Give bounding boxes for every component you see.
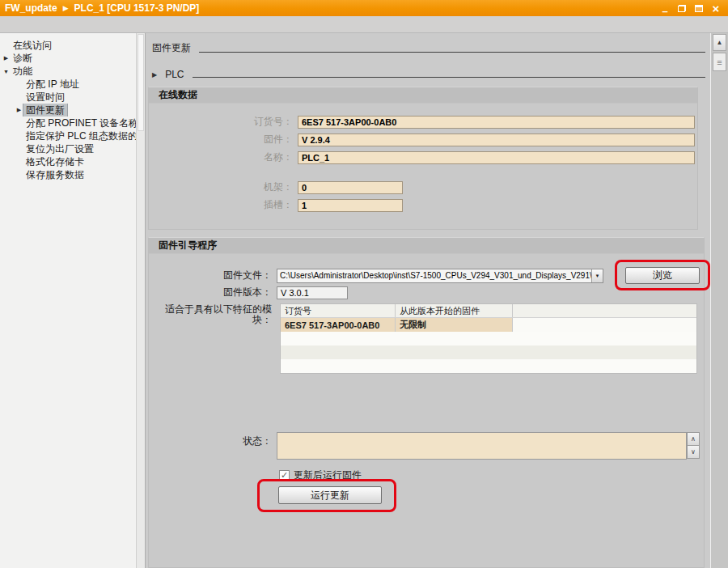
collapse-icon[interactable]: ▼	[2, 69, 11, 74]
col-order-number[interactable]: 订货号	[281, 304, 396, 317]
sidebar-item-label: 复位为出厂设置	[23, 142, 96, 155]
divider	[199, 52, 705, 53]
table-header-row: 订货号 从此版本开始的固件	[281, 304, 696, 318]
sidebar-item-label: 保存服务数据	[23, 168, 87, 181]
firmware-field: V 2.9.4	[298, 134, 695, 146]
name-label: 名称：	[149, 150, 298, 164]
sidebar-item-label: 固件更新	[23, 104, 67, 117]
slot-row: 插槽： 1	[149, 198, 696, 212]
name-row: 名称： PLC_1	[149, 150, 696, 164]
online-data-header: 在线数据	[149, 87, 697, 104]
cell-order-number[interactable]: 6ES7 517-3AP00-0AB0	[281, 318, 396, 332]
section-title: 固件引导程序	[159, 239, 217, 252]
function-tree: 在线访问 ▶ 诊断 ▼ 功能 分配 IP 地址 设置时间 ▶ 固件更新 分配 P…	[0, 33, 136, 568]
firmware-version-field: V 3.0.1	[277, 286, 348, 299]
sidebar-item-label: 分配 PROFINET 设备名称	[23, 117, 136, 129]
slot-field: 1	[298, 199, 403, 212]
order-number-field: 6ES7 517-3AP00-0AB0	[298, 116, 695, 129]
firmware-file-path[interactable]: C:\Users\Administrator\Desktop\inst\S7-1…	[277, 269, 591, 282]
checkbox-checked-icon[interactable]: ✓	[279, 470, 290, 481]
spinner-down-icon[interactable]: ∨	[687, 445, 700, 459]
sidebar-scrollbar[interactable]	[136, 33, 146, 568]
run-update-button[interactable]: 运行更新	[278, 486, 382, 504]
sidebar-item-diagnostics[interactable]: ▶ 诊断	[0, 52, 136, 65]
firmware-version-row: 固件版本： V 3.0.1	[149, 286, 704, 299]
status-row: 状态： ∧ ∨	[149, 432, 704, 460]
project-name: FW_update	[5, 2, 57, 14]
order-number-row: 订货号： 6ES7 517-3AP00-0AB0	[149, 115, 696, 129]
firmware-file-label: 固件文件：	[149, 269, 277, 282]
titlebar: FW_update ▶ PLC_1 [CPU 1517-3 PN/DP] – ×	[0, 0, 728, 16]
sidebar-item-assign-password[interactable]: 指定保护 PLC 组态数据的密码	[0, 129, 136, 142]
main-scrollbar[interactable]: ▲ ≡	[710, 33, 728, 568]
cell-extra[interactable]	[513, 318, 696, 332]
status-textarea[interactable]	[277, 432, 687, 460]
status-spinner: ∧ ∨	[687, 432, 700, 459]
sidebar-item-label: 格式化存储卡	[23, 155, 87, 168]
sidebar-item-label: 指定保护 PLC 组态数据的密码	[23, 129, 136, 142]
scrollbar-thumb[interactable]: ≡	[713, 53, 726, 71]
firmware-file-combobox[interactable]: C:\Users\Administrator\Desktop\inst\S7-1…	[277, 269, 603, 283]
menu-strip	[0, 16, 728, 33]
breadcrumb-plc[interactable]: PLC	[165, 69, 184, 80]
chevron-right-icon[interactable]: ▶	[152, 71, 157, 80]
sidebar-item-label: 设置时间	[23, 91, 67, 104]
browse-button[interactable]: 浏览	[625, 267, 700, 284]
suitable-modules-table[interactable]: 订货号 从此版本开始的固件 6ES7 517-3AP00-0AB0 无限制	[280, 303, 697, 374]
restore-icon[interactable]	[676, 2, 688, 14]
rack-field: 0	[298, 181, 403, 194]
name-field: PLC_1	[298, 151, 695, 164]
firmware-version-label: 固件版本：	[149, 286, 277, 299]
close-icon[interactable]: ×	[710, 2, 722, 14]
page-title-row: 固件更新	[152, 41, 705, 55]
sidebar-item-label: 诊断	[11, 52, 35, 65]
sidebar-item-label: 功能	[11, 65, 35, 78]
chevron-down-icon[interactable]: ▼	[591, 269, 603, 282]
firmware-row: 固件： V 2.9.4	[149, 133, 696, 146]
rack-label: 机架：	[149, 180, 298, 194]
expand-icon[interactable]: ▶	[2, 55, 11, 61]
sidebar-item-save-service-data[interactable]: 保存服务数据	[0, 168, 136, 181]
sidebar-item-functions[interactable]: ▼ 功能	[0, 65, 136, 78]
scroll-up-icon[interactable]: ▲	[713, 34, 726, 51]
sidebar-item-set-time[interactable]: 设置时间	[0, 91, 136, 104]
window-controls: – ×	[659, 2, 723, 14]
sidebar-item-online-access[interactable]: 在线访问	[0, 39, 136, 52]
table-row-empty	[281, 359, 696, 373]
sidebar-item-assign-ip[interactable]: 分配 IP 地址	[0, 78, 136, 91]
table-row[interactable]: 6ES7 517-3AP00-0AB0 无限制	[281, 318, 696, 332]
maximize-icon[interactable]	[693, 2, 705, 14]
page-title: 固件更新	[152, 41, 191, 55]
sidebar-item-assign-profinet-name[interactable]: 分配 PROFINET 设备名称	[0, 117, 136, 129]
restore-glyph	[678, 5, 686, 12]
table-row-empty	[281, 332, 696, 345]
spinner-up-icon[interactable]: ∧	[687, 432, 700, 446]
col-firmware-from-version[interactable]: 从此版本开始的固件	[396, 304, 513, 317]
table-row-empty	[281, 345, 696, 359]
device-name: PLC_1 [CPU 1517-3 PN/DP]	[74, 2, 200, 14]
sidebar-item-factory-reset[interactable]: 复位为出厂设置	[0, 142, 136, 155]
run-after-update-label[interactable]: 更新后运行固件	[294, 468, 362, 482]
order-number-label: 订货号：	[149, 115, 298, 129]
online-data-section: 在线数据 订货号： 6ES7 517-3AP00-0AB0 固件： V 2.9.…	[148, 87, 698, 230]
firmware-file-row: 固件文件： C:\Users\Administrator\Desktop\ins…	[149, 267, 704, 284]
maximize-glyph	[695, 5, 703, 12]
col-extra[interactable]	[513, 304, 696, 317]
firmware-loader-section: 固件引导程序 固件文件： C:\Users\Administrator\Desk…	[148, 237, 705, 568]
suitable-modules-label: 适合于具有以下特征的模块：	[155, 304, 277, 325]
divider	[193, 77, 706, 78]
minimize-icon[interactable]: –	[659, 2, 671, 14]
sidebar-item-label: 在线访问	[11, 39, 54, 52]
rack-row: 机架： 0	[149, 180, 696, 194]
firmware-label: 固件：	[149, 133, 298, 146]
slot-label: 插槽：	[149, 198, 298, 212]
breadcrumb-arrow-icon: ▶	[63, 4, 69, 12]
sidebar-item-firmware-update[interactable]: ▶ 固件更新	[0, 104, 136, 117]
expand-icon[interactable]: ▶	[15, 107, 23, 113]
sidebar-item-format-memory-card[interactable]: 格式化存储卡	[0, 155, 136, 168]
main-panel: 固件更新 ▶ PLC 在线数据 订货号： 6ES7 517-3AP00-0AB0…	[146, 33, 710, 568]
cell-firmware-from[interactable]: 无限制	[396, 318, 513, 332]
breadcrumb-row: ▶ PLC	[152, 69, 705, 80]
sidebar-scrollbar-thumb[interactable]	[138, 34, 144, 131]
breadcrumb: FW_update ▶ PLC_1 [CPU 1517-3 PN/DP]	[5, 2, 199, 14]
